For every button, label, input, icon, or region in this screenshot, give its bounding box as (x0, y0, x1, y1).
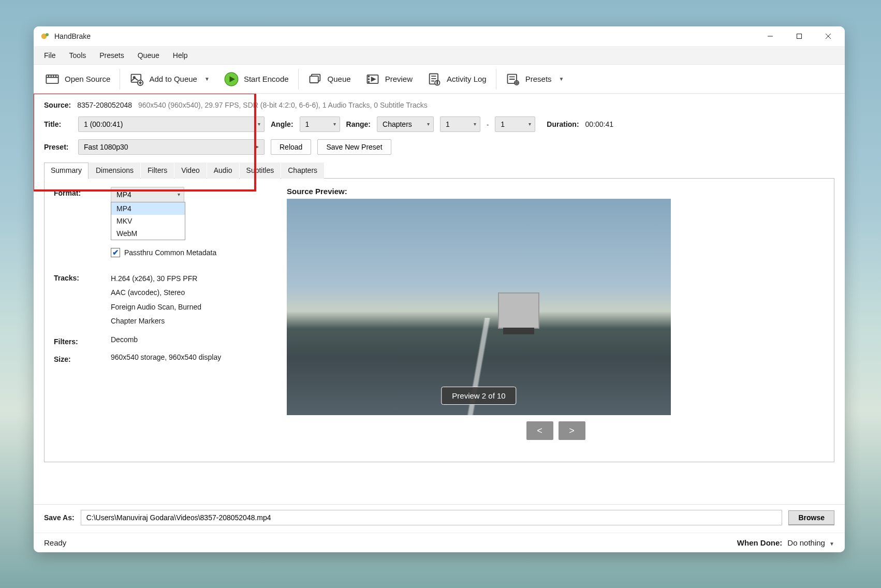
menu-presets[interactable]: Presets (93, 48, 130, 63)
presets-button[interactable]: Presets ▼ (498, 69, 571, 90)
tab-dimensions[interactable]: Dimensions (89, 163, 140, 179)
log-icon: i (427, 72, 442, 86)
queue-button[interactable]: Queue (301, 69, 358, 90)
range-type-select[interactable]: Chapters (377, 116, 434, 132)
activity-log-label: Activity Log (447, 75, 487, 83)
chevron-down-icon: ▼ (829, 541, 834, 547)
statusbar: Ready When Done: Do nothing ▼ (34, 533, 845, 552)
start-encode-label: Start Encode (244, 75, 289, 83)
reload-button[interactable]: Reload (271, 139, 311, 155)
range-label: Range: (346, 120, 371, 128)
toolbar-separator (120, 69, 120, 90)
source-name: 8357-208052048 (77, 101, 132, 109)
track-chapters: Chapter Markers (111, 314, 271, 328)
preview-button[interactable]: Preview (358, 69, 420, 90)
toolbar-separator (496, 69, 496, 90)
tabs: Summary Dimensions Filters Video Audio S… (44, 162, 834, 179)
save-as-label: Save As: (44, 513, 75, 522)
titlebar: HandBrake (34, 26, 845, 46)
passthru-label: Passthru Common Metadata (124, 248, 216, 257)
menu-queue[interactable]: Queue (131, 48, 166, 63)
tab-summary[interactable]: Summary (44, 163, 89, 179)
menu-tools[interactable]: Tools (63, 48, 93, 63)
format-option-mp4[interactable]: MP4 (111, 202, 185, 215)
film-icon (45, 72, 60, 86)
filters-label: Filters: (54, 335, 95, 346)
range-from-select[interactable]: 1 (440, 116, 480, 132)
save-new-preset-button[interactable]: Save New Preset (317, 139, 391, 155)
svg-point-1 (46, 33, 49, 36)
content-area: Source: 8357-208052048 960x540 (960x540)… (34, 94, 845, 504)
svg-point-35 (515, 80, 519, 84)
maximize-button[interactable] (785, 26, 814, 46)
start-encode-button[interactable]: Start Encode (217, 69, 296, 90)
chevron-down-icon: ▼ (204, 76, 210, 82)
range-dash: - (487, 121, 489, 128)
menu-file[interactable]: File (38, 48, 62, 63)
source-preview-image: Preview 2 of 10 (287, 199, 671, 415)
size-value: 960x540 storage, 960x540 display (111, 353, 271, 363)
format-option-webm[interactable]: WebM (111, 227, 185, 240)
add-to-queue-button[interactable]: Add to Queue ▼ (122, 69, 216, 90)
app-window: HandBrake File Tools Presets Queue Help … (34, 26, 845, 552)
svg-rect-3 (797, 34, 802, 39)
toolbar-separator (298, 69, 299, 90)
duration-label: Duration: (547, 120, 579, 128)
close-button[interactable] (814, 26, 843, 46)
svg-point-23 (368, 76, 369, 77)
title-select[interactable]: 1 (00:00:41) (78, 116, 265, 132)
range-to-select[interactable]: 1 (495, 116, 535, 132)
tab-filters[interactable]: Filters (141, 163, 174, 179)
preset-select[interactable]: Fast 1080p30 (78, 139, 265, 155)
track-foreign: Foreign Audio Scan, Burned (111, 300, 271, 314)
source-info: 960x540 (960x540), 29.97 FPS, SDR (8-bit… (138, 101, 428, 109)
checkbox-icon: ✔ (111, 248, 120, 257)
play-icon (224, 72, 239, 86)
duration-value: 00:00:41 (585, 120, 614, 128)
image-plus-icon (129, 72, 144, 86)
activity-log-button[interactable]: i Activity Log (420, 69, 494, 90)
tab-audio[interactable]: Audio (207, 163, 239, 179)
preview-counter: Preview 2 of 10 (441, 387, 516, 405)
tab-subtitles[interactable]: Subtitles (240, 163, 281, 179)
svg-rect-20 (310, 76, 318, 83)
app-title: HandBrake (54, 32, 91, 40)
source-preview-heading: Source Preview: (287, 187, 825, 196)
svg-point-24 (368, 79, 369, 80)
add-to-queue-label: Add to Queue (149, 75, 197, 83)
stack-icon (308, 72, 322, 86)
passthru-checkbox[interactable]: ✔ Passthru Common Metadata (111, 248, 271, 257)
tab-video[interactable]: Video (174, 163, 207, 179)
tab-chapters[interactable]: Chapters (281, 163, 324, 179)
preview-icon (365, 72, 380, 86)
size-label: Size: (54, 353, 95, 363)
save-as-bar: Save As: Browse (34, 504, 845, 533)
chevron-down-icon: ▼ (559, 76, 564, 82)
svg-point-25 (368, 81, 369, 82)
svg-marker-22 (371, 77, 375, 81)
presets-label: Presets (525, 75, 552, 83)
preview-label: Preview (385, 75, 413, 83)
queue-label: Queue (328, 75, 351, 83)
title-label: Title: (44, 120, 72, 128)
preview-decoration (498, 292, 539, 329)
window-controls (756, 26, 843, 46)
browse-button[interactable]: Browse (788, 510, 834, 525)
when-done-select[interactable]: Do nothing ▼ (787, 538, 834, 547)
menubar: File Tools Presets Queue Help (34, 46, 845, 65)
menu-help[interactable]: Help (167, 48, 194, 63)
minimize-button[interactable] (756, 26, 785, 46)
angle-select[interactable]: 1 (300, 116, 340, 132)
open-source-button[interactable]: Open Source (38, 69, 118, 90)
presets-icon (506, 72, 520, 86)
app-icon (41, 32, 50, 41)
source-label: Source: (44, 101, 71, 109)
format-select[interactable]: MP4 (111, 187, 184, 202)
summary-pane: Format: MP4 MP4 MKV WebM ✔ Pas (44, 179, 834, 462)
save-as-input[interactable] (81, 510, 783, 525)
format-label: Format: (54, 187, 95, 257)
format-option-mkv[interactable]: MKV (111, 215, 185, 227)
preview-prev-button[interactable]: < (526, 421, 553, 440)
preview-next-button[interactable]: > (559, 421, 585, 440)
preset-label: Preset: (44, 143, 72, 151)
